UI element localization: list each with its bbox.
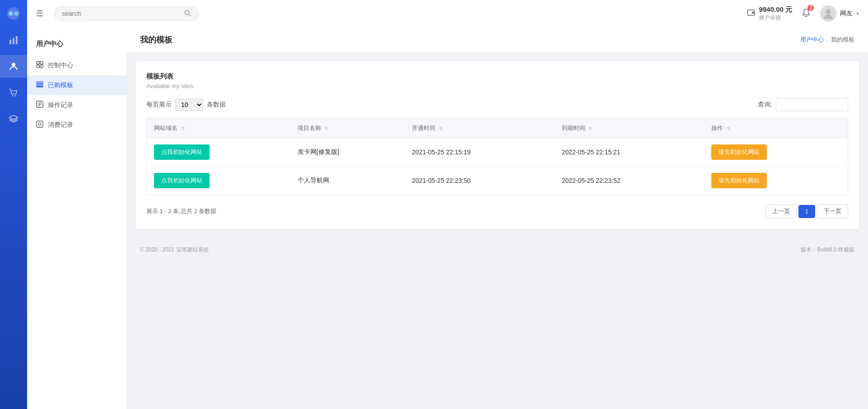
- chevron-down-icon: ▾: [856, 10, 859, 17]
- per-page-label: 每页展示: [146, 101, 172, 109]
- svg-rect-14: [37, 61, 39, 64]
- table-header-row: 网站域名 ⇅ 项目名称 ⇅ 开通时间 ⇅ 到期时间 ⇅: [147, 119, 848, 138]
- svg-rect-15: [40, 61, 43, 64]
- breadcrumb-parent[interactable]: 用户中心: [800, 36, 824, 44]
- nav-item-templates[interactable]: 已购模板: [27, 75, 126, 95]
- logo-area: [0, 0, 27, 27]
- sidebar-icon-layers[interactable]: [0, 107, 27, 130]
- svg-point-7: [12, 95, 14, 97]
- control-icon: [36, 61, 43, 70]
- breadcrumb: 用户中心 › 我的模板: [800, 36, 854, 44]
- sidebar-icon-user[interactable]: [0, 55, 27, 78]
- prev-page-button[interactable]: 上一页: [765, 204, 797, 218]
- svg-rect-17: [40, 65, 43, 68]
- action-button-0[interactable]: 请先初始化网站: [711, 144, 767, 160]
- footer: © 2020 - 2021 宝塔建站系统 版本：Build8.0 终极版: [126, 238, 868, 261]
- cell-open-time-1: 2021-05-25 22:23:50: [405, 167, 555, 195]
- col-open-time: 开通时间 ⇅: [405, 119, 555, 138]
- svg-rect-18: [37, 82, 43, 83]
- query-control: 查询:: [758, 98, 848, 111]
- breadcrumb-current: 我的模板: [831, 36, 854, 44]
- current-page-button[interactable]: 1: [798, 205, 815, 218]
- avatar: [820, 5, 836, 22]
- per-page-select[interactable]: 10 20 50 100: [175, 98, 203, 111]
- svg-rect-19: [37, 84, 43, 85]
- main-wrapper: ☰ 9940.00 元 账户余额: [27, 0, 868, 409]
- sort-icon-action[interactable]: ⇅: [727, 126, 730, 131]
- nav-item-control[interactable]: 控制中心: [27, 56, 126, 75]
- nav-section-title: 用户中心: [27, 36, 126, 56]
- svg-point-6: [12, 63, 15, 66]
- search-box: [54, 6, 199, 21]
- sort-icon-project[interactable]: ⇅: [324, 126, 328, 131]
- sidebar-icon-cart[interactable]: [0, 81, 27, 104]
- pagination-info: 展示 1 - 2 条,总共 2 条数据: [146, 207, 216, 215]
- cell-action-0: 请先初始化网站: [704, 138, 848, 167]
- svg-point-2: [14, 11, 19, 16]
- svg-rect-5: [16, 36, 18, 44]
- query-input[interactable]: [776, 98, 848, 111]
- menu-toggle-icon[interactable]: ☰: [36, 9, 43, 19]
- card-title: 模板列表: [146, 72, 848, 81]
- cell-expire-time-0: 2022-05-25 22:15:21: [555, 138, 705, 167]
- data-table: 网站域名 ⇅ 项目名称 ⇅ 开通时间 ⇅ 到期时间 ⇅: [146, 118, 848, 195]
- pagination-row: 展示 1 - 2 条,总共 2 条数据 上一页 1 下一页: [146, 204, 848, 218]
- query-label: 查询:: [758, 101, 772, 109]
- svg-point-1: [9, 11, 13, 16]
- user-menu[interactable]: 网友 ▾: [820, 5, 859, 22]
- sort-icon-expire[interactable]: ⇅: [588, 126, 592, 131]
- user-name: 网友: [840, 9, 853, 18]
- init-site-button-0[interactable]: 点我初始化网站: [154, 144, 210, 160]
- search-input[interactable]: [62, 10, 180, 17]
- cell-expire-time-1: 2022-05-25 22:23:52: [555, 167, 705, 195]
- nav-sidebar: 用户中心 控制中心: [27, 27, 126, 409]
- card-subtitle: Available my sites.: [146, 83, 848, 89]
- action-button-1[interactable]: 请先初始化网站: [711, 173, 767, 188]
- copyright: © 2020 - 2021 宝塔建站系统: [140, 246, 209, 254]
- svg-rect-3: [9, 40, 11, 44]
- nav-item-templates-label: 已购模板: [48, 81, 73, 89]
- balance-amount: 9940.00 元: [759, 5, 792, 14]
- header: ☰ 9940.00 元 账户余额: [27, 0, 868, 27]
- svg-point-13: [826, 9, 831, 14]
- icon-sidebar: [0, 0, 27, 409]
- nav-item-consumption-label: 消费记录: [48, 121, 73, 129]
- cell-action-1: 请先初始化网站: [704, 167, 848, 195]
- body-area: 用户中心 控制中心: [27, 27, 868, 409]
- sidebar-icon-chart[interactable]: [0, 29, 27, 51]
- search-icon[interactable]: [184, 9, 191, 18]
- templates-icon: [36, 81, 43, 90]
- nav-item-operations[interactable]: 操作记录: [27, 95, 126, 115]
- nav-item-consumption[interactable]: 消费记录: [27, 115, 126, 135]
- svg-point-9: [185, 10, 189, 15]
- page-header: 我的模板 用户中心 › 我的模板: [126, 27, 868, 52]
- notification-button[interactable]: 2: [801, 8, 811, 20]
- cell-open-time-0: 2021-05-25 22:15:19: [405, 138, 555, 167]
- next-page-button[interactable]: 下一页: [817, 204, 848, 218]
- pagination-buttons: 上一页 1 下一页: [765, 204, 848, 218]
- col-action: 操作 ⇅: [704, 119, 848, 138]
- init-site-button-1[interactable]: 点我初始化网站: [154, 173, 210, 188]
- svg-line-10: [189, 14, 191, 16]
- svg-rect-12: [752, 12, 754, 14]
- balance-area: 9940.00 元 账户余额: [747, 5, 792, 22]
- operations-icon: [36, 101, 43, 110]
- table-row: 点我初始化网站 个人导航网 2021-05-25 22:23:50 2022-0…: [147, 167, 848, 195]
- cell-domain-1: 点我初始化网站: [147, 167, 290, 195]
- balance-label: 账户余额: [759, 14, 792, 22]
- cell-project-0: 发卡网[修复版]: [290, 138, 405, 167]
- svg-rect-16: [37, 65, 39, 68]
- template-card: 模板列表 Available my sites. 每页展示 10 20 50 1…: [135, 61, 859, 229]
- per-page-suffix: 条数据: [207, 101, 226, 109]
- main-content: 我的模板 用户中心 › 我的模板 模板列表 Available my sites…: [126, 27, 868, 409]
- sort-icon-open[interactable]: ⇅: [439, 126, 443, 131]
- sort-icon-domain[interactable]: ⇅: [181, 126, 185, 131]
- version: 版本：Build8.0 终极版: [801, 246, 854, 254]
- col-project: 项目名称 ⇅: [290, 119, 405, 138]
- per-page-control: 每页展示 10 20 50 100 条数据: [146, 98, 226, 111]
- svg-point-26: [38, 123, 41, 125]
- svg-rect-25: [37, 121, 43, 127]
- wallet-icon: [747, 8, 756, 19]
- nav-item-control-label: 控制中心: [48, 61, 73, 70]
- nav-item-operations-label: 操作记录: [48, 101, 73, 109]
